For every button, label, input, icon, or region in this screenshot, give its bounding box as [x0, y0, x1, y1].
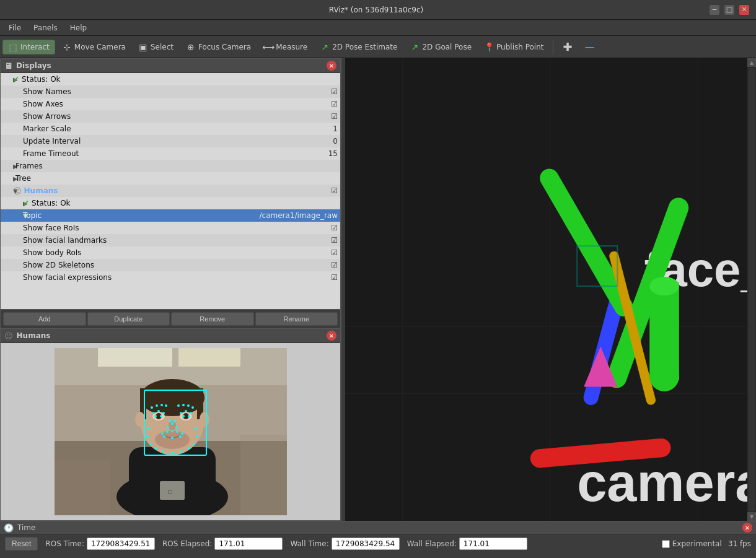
svg-point-31 [169, 420, 172, 422]
check-icon: ✔ [23, 199, 29, 207]
close-button[interactable]: ✕ [739, 4, 750, 15]
3d-viewport[interactable]: face_atnre camera ▲ [345, 58, 756, 521]
experimental-checkbox[interactable] [662, 540, 670, 548]
humans-panel: ☺ Humans ✕ [0, 329, 341, 521]
rename-button[interactable]: Rename [255, 312, 338, 326]
item-value[interactable]: 0 [333, 137, 338, 146]
reset-button[interactable]: Reset [5, 537, 38, 551]
titlebar: RViz* (on 536d911a0c9c) − □ ✕ [0, 0, 756, 20]
svg-rect-2 [178, 348, 240, 367]
item-value[interactable]: /camera1/image_raw [259, 211, 338, 220]
wall-time-field: Wall Time: 1729083429.54 [290, 538, 399, 550]
humans-panel-header: ☺ Humans ✕ [1, 329, 340, 343]
move-camera-button[interactable]: ⊹ Move Camera [56, 40, 131, 54]
select-button[interactable]: ▣ Select [133, 40, 179, 54]
svg-point-46 [149, 443, 152, 445]
checkbox-value[interactable]: ☑ [331, 100, 338, 108]
checkbox-value[interactable]: ☑ [331, 87, 338, 96]
checkbox-value[interactable]: ☑ [331, 236, 338, 245]
scroll-up-button[interactable]: ▲ [747, 58, 756, 67]
checkbox-value[interactable]: ☑ [331, 261, 338, 269]
scroll-down-button[interactable]: ▼ [747, 512, 756, 521]
tree-item-frame-timeout: Frame Timeout 15 [1, 147, 340, 160]
tree-item-show-face-rois: Show face RoIs ☑ [1, 222, 340, 234]
item-value[interactable]: 15 [328, 149, 338, 158]
wall-elapsed-label: Wall Elapsed: [407, 539, 457, 548]
minimize-button[interactable]: − [709, 4, 720, 15]
time-header: 🕐 Time ✕ [0, 521, 756, 534]
svg-point-32 [171, 422, 174, 425]
menu-panels[interactable]: Panels [29, 22, 63, 33]
menu-help[interactable]: Help [65, 22, 92, 33]
svg-point-45 [146, 435, 149, 437]
ros-time-label: ROS Time: [45, 539, 84, 548]
svg-point-17 [155, 430, 190, 449]
remove-button[interactable]: Remove [171, 312, 254, 326]
svg-point-58 [165, 404, 167, 407]
tree-item-topic[interactable]: ▼ Topic /camera1/image_raw [1, 209, 340, 222]
maximize-button[interactable]: □ [724, 4, 735, 15]
toggle-icon[interactable]: ▼ [3, 212, 23, 219]
checkbox-value[interactable]: ☑ [331, 186, 338, 195]
svg-point-53 [196, 435, 198, 437]
svg-point-60 [182, 404, 185, 406]
displays-icon: 🖥 [4, 61, 12, 71]
toggle-icon[interactable]: ▶ [3, 76, 13, 83]
checkbox-value[interactable]: ☑ [331, 248, 338, 257]
checkbox-value[interactable]: ☑ [331, 112, 338, 121]
focus-camera-button[interactable]: ⊕ Focus Camera [180, 40, 257, 54]
scroll-track [749, 68, 755, 511]
item-label: Marker Scale [23, 124, 333, 133]
viewport-scrollbar[interactable]: ▲ ▼ [747, 58, 756, 521]
tree-item-show-arrows: Show Arrows ☑ [1, 110, 340, 123]
tree-item-show-axes: Show Axes ☑ [1, 98, 340, 110]
humans-close-button[interactable]: ✕ [327, 331, 336, 341]
publish-point-button[interactable]: 📍 Publish Point [478, 40, 549, 54]
add-display-button[interactable]: ✚ [557, 40, 578, 54]
smiley-icon: ☺ [13, 186, 22, 196]
svg-point-41 [179, 435, 182, 438]
camera-image: □ [55, 348, 287, 515]
tree-item-tree: ▶ Tree [1, 172, 340, 185]
duplicate-button[interactable]: Duplicate [87, 312, 170, 326]
2d-goal-button[interactable]: ↗ 2D Goal Pose [404, 40, 477, 54]
humans-title-text: Humans [17, 331, 51, 340]
toggle-icon[interactable]: ▼ [3, 188, 13, 194]
svg-point-26 [180, 412, 182, 414]
humans-content: □ [1, 343, 340, 520]
focus-icon: ⊕ [186, 42, 196, 52]
svg-point-42 [171, 437, 174, 439]
svg-point-50 [180, 450, 183, 453]
left-panel: 🖥 Displays ✕ ▶ ✔ Status: Ok Show Names ☑ [0, 58, 341, 521]
item-label: Tree [13, 174, 338, 183]
measure-button[interactable]: ⟷ Measure [258, 40, 313, 54]
add-button[interactable]: Add [3, 312, 86, 326]
svg-point-62 [191, 406, 194, 409]
time-right-section: Experimental 31 fps [662, 539, 751, 548]
toggle-icon[interactable]: ▶ [3, 163, 13, 170]
goal-2d-icon: ↗ [410, 42, 420, 52]
displays-panel: 🖥 Displays ✕ ▶ ✔ Status: Ok Show Names ☑ [0, 58, 341, 329]
toggle-icon[interactable]: ▶ [3, 200, 23, 207]
menu-file[interactable]: File [4, 22, 26, 33]
publish-icon: 📍 [484, 42, 494, 52]
clock-icon: 🕐 [4, 523, 14, 533]
tree-item-show-names: Show Names ☑ [1, 85, 340, 98]
item-label: Humans [22, 186, 332, 195]
interact-button[interactable]: ⬚ Interact [2, 40, 55, 54]
checkbox-value[interactable]: ☑ [331, 224, 338, 232]
time-close-button[interactable]: ✕ [742, 523, 752, 533]
toggle-icon[interactable]: ▶ [3, 175, 13, 182]
checkbox-value[interactable]: ☑ [331, 273, 338, 282]
tree-item-show-body-rois: Show body RoIs ☑ [1, 246, 340, 259]
minus-icon: — [585, 41, 595, 53]
item-value[interactable]: 1 [333, 124, 338, 133]
remove-display-button[interactable]: — [579, 40, 600, 53]
svg-point-28 [190, 412, 192, 414]
2d-pose-button[interactable]: ↗ 2D Pose Estimate [314, 40, 403, 54]
measure-icon: ⟷ [263, 42, 273, 52]
tree-item-show-2d-skeletons: Show 2D Skeletons ☑ [1, 259, 340, 271]
svg-point-9 [140, 379, 204, 416]
displays-close-button[interactable]: ✕ [327, 61, 336, 71]
tree-item-update-interval: Update Interval 0 [1, 135, 340, 147]
